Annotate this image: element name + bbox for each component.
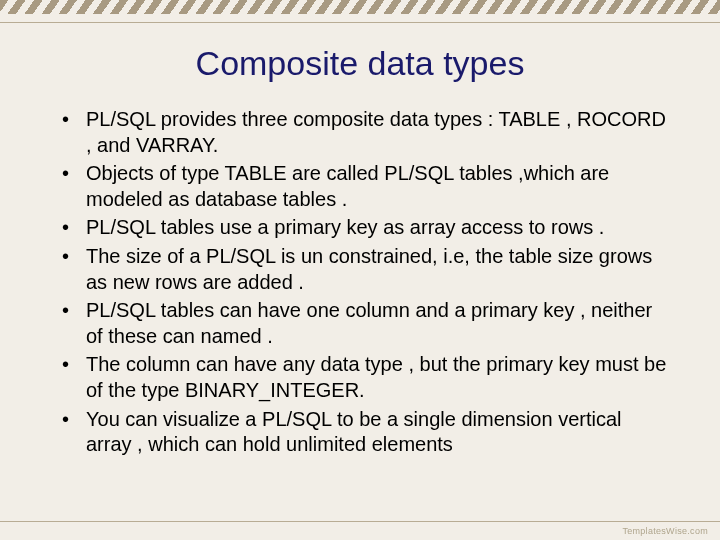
list-item: PL/SQL tables can have one column and a … <box>58 298 672 349</box>
bullet-list: PL/SQL provides three composite data typ… <box>58 107 672 458</box>
divider-bottom <box>0 521 720 522</box>
divider-top <box>0 22 720 23</box>
slide-title: Composite data types <box>0 44 720 83</box>
slide-content: PL/SQL provides three composite data typ… <box>0 107 720 458</box>
list-item: The column can have any data type , but … <box>58 352 672 403</box>
list-item: You can visualize a PL/SQL to be a singl… <box>58 407 672 458</box>
watermark: TemplatesWise.com <box>622 526 708 536</box>
list-item: The size of a PL/SQL is un constrained, … <box>58 244 672 295</box>
list-item: Objects of type TABLE are called PL/SQL … <box>58 161 672 212</box>
list-item: PL/SQL provides three composite data typ… <box>58 107 672 158</box>
decorative-top-border <box>0 0 720 14</box>
list-item: PL/SQL tables use a primary key as array… <box>58 215 672 241</box>
